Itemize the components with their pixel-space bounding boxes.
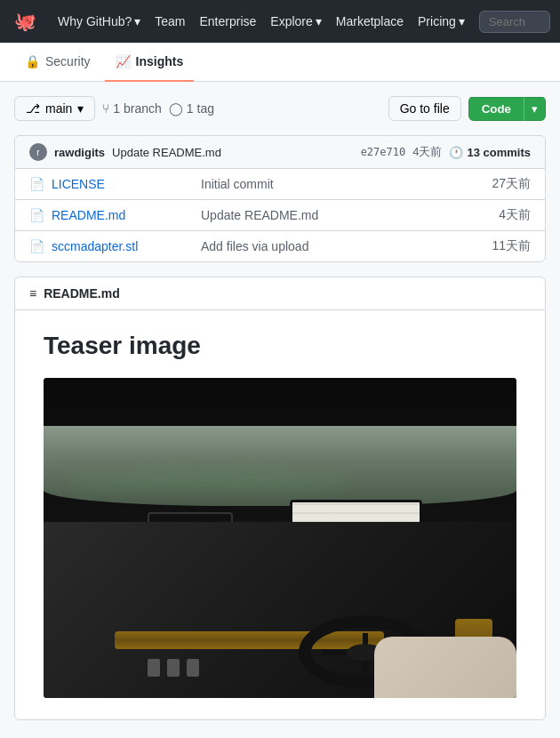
subnav-security[interactable]: 🔒 Security bbox=[14, 43, 101, 82]
file-icon: 📄 bbox=[29, 239, 44, 253]
chevron-down-icon: ▾ bbox=[77, 101, 84, 116]
pedal bbox=[187, 659, 199, 677]
readme-filename: README.md bbox=[44, 286, 120, 301]
go-to-file-button[interactable]: Go to file bbox=[388, 96, 461, 121]
code-button-group: Code ▾ bbox=[468, 96, 546, 121]
table-row[interactable]: 📄 README.md Update README.md 4天前 bbox=[15, 200, 545, 231]
file-time: 27天前 bbox=[492, 176, 531, 192]
file-name[interactable]: LICENSE bbox=[52, 177, 194, 191]
file-commit-msg: Add files via upload bbox=[201, 239, 484, 253]
history-icon: 🕐 bbox=[449, 146, 463, 159]
nav-item-explore[interactable]: Explore ▾ bbox=[270, 14, 321, 28]
sub-navigation: 🔒 Security 📈 Insights bbox=[0, 43, 560, 82]
dashboard-top bbox=[44, 426, 516, 506]
top-navigation: 🐙 Why GitHub? ▾ Team Enterprise Explore … bbox=[0, 0, 560, 43]
shield-icon: 🔒 bbox=[25, 54, 40, 68]
file-name[interactable]: sccmadapter.stl bbox=[52, 239, 194, 253]
pedal bbox=[167, 659, 180, 677]
file-browser: r rawdigits Update README.md e27e710 4天前… bbox=[14, 135, 546, 262]
readme-content: Teaser image bbox=[15, 310, 545, 719]
github-logo[interactable]: 🐙 bbox=[14, 11, 36, 32]
avatar: r bbox=[29, 143, 47, 161]
repo-toolbar: ⎇ main ▾ ⑂ 1 branch ◯ 1 tag Go to file C… bbox=[14, 96, 546, 121]
avatar-text: r bbox=[36, 148, 39, 157]
tags-link[interactable]: ◯ 1 tag bbox=[169, 101, 214, 116]
search-input[interactable] bbox=[479, 11, 550, 33]
subnav-insights-label: Insights bbox=[136, 54, 184, 68]
nav-item-why-github[interactable]: Why GitHub? ▾ bbox=[58, 14, 140, 28]
ambient-light bbox=[68, 474, 351, 490]
chevron-down-icon: ▾ bbox=[459, 14, 465, 28]
nav-item-enterprise[interactable]: Enterprise bbox=[199, 14, 256, 28]
readme-title: Teaser image bbox=[44, 332, 516, 360]
chevron-down-icon: ▾ bbox=[134, 14, 140, 28]
pedal bbox=[148, 659, 160, 677]
latest-commit-bar: r rawdigits Update README.md e27e710 4天前… bbox=[15, 136, 545, 169]
subnav-insights[interactable]: 📈 Insights bbox=[105, 43, 195, 82]
file-icon: 📄 bbox=[29, 177, 44, 191]
file-time: 11天前 bbox=[492, 238, 531, 254]
commit-username[interactable]: rawdigits bbox=[54, 146, 105, 159]
nav-item-marketplace[interactable]: Marketplace bbox=[336, 14, 404, 28]
subnav-security-label: Security bbox=[45, 54, 91, 68]
chevron-down-icon: ▾ bbox=[316, 14, 322, 28]
branch-icon: ⎇ bbox=[26, 101, 40, 116]
readme-image bbox=[44, 378, 516, 698]
branches-count: 1 branch bbox=[113, 101, 161, 116]
tag-icon: ◯ bbox=[169, 101, 183, 116]
code-dropdown-button[interactable]: ▾ bbox=[524, 97, 546, 121]
list-icon: ≡ bbox=[29, 286, 36, 301]
car-scene bbox=[44, 378, 516, 698]
commit-message: Update README.md bbox=[112, 146, 221, 159]
file-commit-msg: Update README.md bbox=[201, 208, 492, 222]
commits-count[interactable]: 🕐 13 commits bbox=[449, 146, 531, 159]
passenger-seat bbox=[374, 637, 516, 698]
file-icon: 📄 bbox=[29, 208, 44, 222]
code-button[interactable]: Code bbox=[468, 97, 524, 121]
tags-count: 1 tag bbox=[187, 101, 214, 116]
commit-time: 4天前 bbox=[412, 144, 442, 160]
readme-section: ≡ README.md Teaser image bbox=[14, 277, 546, 720]
branches-link[interactable]: ⑂ 1 branch bbox=[102, 101, 161, 116]
pedals bbox=[148, 659, 199, 677]
branch-label: main bbox=[45, 101, 72, 116]
table-row[interactable]: 📄 sccmadapter.stl Add files via upload 1… bbox=[15, 231, 545, 261]
commit-hash[interactable]: e27e710 bbox=[361, 146, 406, 158]
nav-item-team[interactable]: Team bbox=[155, 14, 185, 28]
readme-header: ≡ README.md bbox=[15, 277, 545, 310]
file-commit-msg: Initial commit bbox=[201, 177, 484, 191]
file-name[interactable]: README.md bbox=[52, 208, 194, 222]
insights-icon: 📈 bbox=[116, 54, 131, 68]
toolbar-right-actions: Go to file Code ▾ bbox=[388, 96, 546, 121]
branch-count-icon: ⑂ bbox=[102, 101, 109, 116]
dashboard-body bbox=[44, 522, 516, 698]
branch-selector[interactable]: ⎇ main ▾ bbox=[14, 96, 95, 121]
commits-count-label: 13 commits bbox=[467, 146, 531, 159]
file-time: 4天前 bbox=[499, 207, 531, 223]
nav-item-pricing[interactable]: Pricing ▾ bbox=[418, 14, 465, 28]
table-row[interactable]: 📄 LICENSE Initial commit 27天前 bbox=[15, 169, 545, 200]
main-content: ⎇ main ▾ ⑂ 1 branch ◯ 1 tag Go to file C… bbox=[0, 82, 560, 734]
